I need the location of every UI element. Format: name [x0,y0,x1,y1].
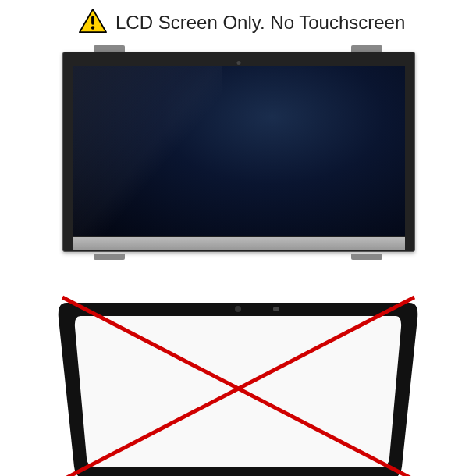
svg-point-1 [91,26,94,29]
mounting-tab [94,254,125,260]
mounting-tab [94,45,125,52]
digitizer-glass [75,316,401,467]
header-text: LCD Screen Only. No Touchscreen [115,12,405,34]
lcd-bottom-strip [73,237,405,250]
lcd-screen-image [62,45,414,260]
product-notice-image: LCD Screen Only. No Touchscreen [0,0,476,476]
lcd-display [73,66,405,236]
lcd-frame [62,52,415,252]
camera-hole [237,61,241,65]
header: LCD Screen Only. No Touchscreen [0,0,476,37]
warning-icon [78,8,108,37]
touchscreen-crossed-image [51,283,425,476]
camera-hole [235,306,241,312]
sensor [273,307,279,311]
gloss-overlay [73,66,222,236]
mounting-tab [351,254,382,260]
svg-rect-0 [91,16,94,24]
mounting-tab [351,45,382,52]
